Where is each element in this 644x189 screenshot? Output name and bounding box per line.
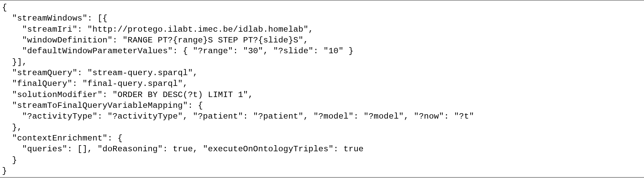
code-line: "streamIri": "http://protego.ilabt.imec.…	[2, 25, 313, 34]
code-line: "windowDefinition": "RANGE PT?{range}S S…	[2, 36, 308, 45]
code-box: { "streamWindows": [{ "streamIri": "http…	[0, 0, 644, 178]
code-line: "solutionModifier": "ORDER BY DESC(?t) L…	[2, 90, 253, 99]
code-line: "finalQuery": "final-query.sparql",	[2, 79, 188, 88]
code-line: {	[2, 3, 7, 12]
code-line: },	[2, 123, 22, 132]
code-line: "streamToFinalQueryVariableMapping": {	[2, 101, 203, 110]
code-line: "streamWindows": [{	[2, 14, 108, 23]
code-line: }	[2, 156, 17, 165]
code-listing: { "streamWindows": [{ "streamIri": "http…	[0, 2, 644, 177]
listing-container: { "streamWindows": [{ "streamIri": "http…	[0, 0, 644, 189]
code-line: }],	[2, 58, 27, 67]
code-line: }	[2, 166, 7, 176]
code-line: "defaultWindowParameterValues": { "?rang…	[2, 46, 354, 56]
code-line: "queries": [], "doReasoning": true, "exe…	[2, 145, 364, 154]
code-line: "?activityType": "?activityType", "?pati…	[2, 112, 474, 121]
code-line: "contextEnrichment": {	[2, 134, 123, 143]
code-line: "streamQuery": "stream-query.sparql",	[2, 68, 198, 77]
